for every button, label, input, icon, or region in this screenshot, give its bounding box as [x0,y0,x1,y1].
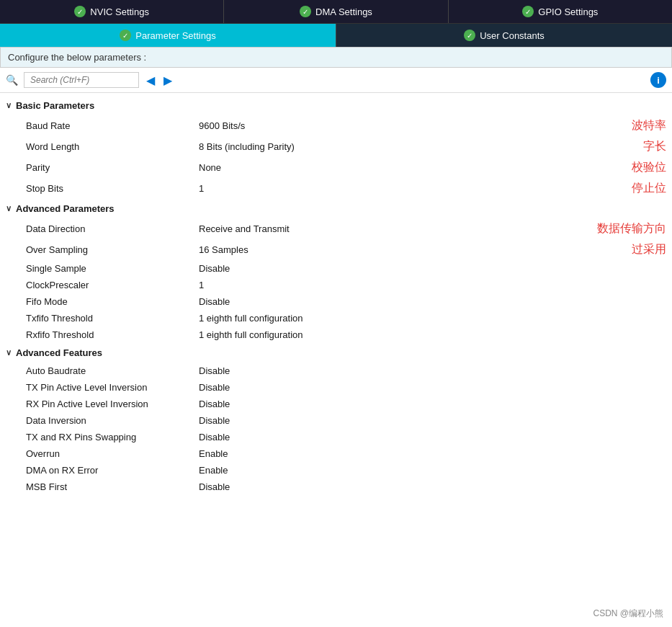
second-tab-user[interactable]: ✓User Constants [336,24,672,47]
top-tab-bar: ✓NVIC Settings✓DMA Settings✓GPIO Setting… [0,0,672,24]
param-name: Txfifo Threshold [26,313,199,324]
param-row: ClockPrescaler1 [0,277,672,293]
section-label-advanced: Advanced Parameters [16,203,115,214]
param-value: Disable [199,415,666,426]
param-row: Baud Rate9600 Bits/s波特率 [0,115,672,136]
annotation-text: 校验位 [632,160,666,175]
param-row: Rxfifo Threshold1 eighth full configurat… [0,326,672,343]
top-tab-gpio[interactable]: ✓GPIO Settings [449,0,672,23]
param-row: Auto BaudrateDisable [0,363,672,379]
param-row: Stop Bits1停止位 [0,178,672,199]
param-row: Fifo ModeDisable [0,293,672,310]
param-name: TX and RX Pins Swapping [26,432,199,443]
param-row: TX Pin Active Level InversionDisable [0,379,672,396]
second-tab-bar: ✓Parameter Settings✓User Constants [0,24,672,47]
param-row: ParityNone校验位 [0,157,672,178]
param-name: Rxfifo Threshold [26,329,199,340]
content-area: ∨Basic ParametersBaud Rate9600 Bits/s波特率… [0,93,672,498]
nav-next-button[interactable]: ▶ [162,74,174,87]
param-name: Data Inversion [26,415,199,426]
annotation-text: 波特率 [632,118,666,133]
param-row: MSB FirstDisable [0,479,672,495]
param-value: Disable [199,296,666,307]
param-row: Data DirectionReceive and Transmit数据传输方向 [0,218,672,239]
param-value: 1 [199,183,617,194]
param-value: Disable [199,399,666,409]
nav-prev-button[interactable]: ◀ [145,74,156,87]
top-tab-dma[interactable]: ✓DMA Settings [224,0,448,23]
param-name: Word Length [26,141,199,152]
annotation-text: 字长 [643,139,666,154]
section-label-basic: Basic Parameters [16,100,94,111]
check-icon: ✓ [464,30,475,41]
param-row: Data InversionDisable [0,412,672,429]
chevron-down-icon: ∨ [6,204,12,213]
info-button[interactable]: i [650,72,666,88]
param-name: Single Sample [26,263,199,274]
param-value: Disable [199,432,666,443]
chevron-down-icon: ∨ [6,348,12,357]
section-header-advanced[interactable]: ∨Advanced Parameters [0,199,672,218]
section-header-features[interactable]: ∨Advanced Features [0,343,672,363]
second-tab-param[interactable]: ✓Parameter Settings [0,24,336,47]
param-name: Auto Baudrate [26,365,199,376]
param-name: DMA on RX Error [26,465,199,476]
annotation-text: 过采用 [632,242,666,257]
param-value: Disable [199,263,666,274]
param-row: RX Pin Active Level InversionDisable [0,396,672,412]
chevron-down-icon: ∨ [6,101,12,110]
param-row: TX and RX Pins SwappingDisable [0,429,672,445]
search-bar: 🔍 ◀ ▶ i [0,68,672,93]
second-tab-label-user: User Constants [480,30,545,41]
param-name: MSB First [26,481,199,492]
search-input[interactable] [24,72,139,88]
param-value: Disable [199,365,666,376]
param-value: Receive and Transmit [199,223,583,234]
top-tab-label-gpio: GPIO Settings [538,6,598,17]
param-value: Disable [199,481,666,492]
param-row: Single SampleDisable [0,260,672,277]
param-name: Overrun [26,448,199,459]
param-name: Stop Bits [26,183,199,194]
param-name: Baud Rate [26,120,199,131]
param-value: 9600 Bits/s [199,120,617,131]
param-name: Over Sampling [26,244,199,255]
param-name: Parity [26,162,199,173]
header-text: Configure the below parameters : [8,52,146,63]
search-icon: 🔍 [6,74,18,86]
section-label-features: Advanced Features [16,347,102,358]
top-tab-label-nvic: NVIC Settings [90,6,149,17]
param-value: Disable [199,382,666,393]
param-name: TX Pin Active Level Inversion [26,382,199,393]
footer: CSDN @编程小熊 [593,608,663,620]
header-bar: Configure the below parameters : [0,47,672,68]
second-tab-label-param: Parameter Settings [135,30,215,41]
param-row: DMA on RX ErrorEnable [0,462,672,479]
param-value: Enable [199,465,666,476]
param-value: 1 eighth full configuration [199,313,666,324]
top-tab-label-dma: DMA Settings [315,6,372,17]
param-value: 8 Bits (including Parity) [199,141,629,152]
param-name: Fifo Mode [26,296,199,307]
param-value: 16 Samples [199,244,617,255]
annotation-text: 停止位 [632,181,666,196]
check-icon: ✓ [120,30,131,41]
param-row: Over Sampling16 Samples过采用 [0,239,672,260]
param-value: Enable [199,448,666,459]
param-name: RX Pin Active Level Inversion [26,399,199,409]
param-name: ClockPrescaler [26,280,199,290]
param-name: Data Direction [26,223,199,234]
check-icon: ✓ [300,6,311,17]
param-value: 1 [199,280,666,290]
annotation-text: 数据传输方向 [597,221,666,236]
param-row: Word Length8 Bits (including Parity)字长 [0,136,672,157]
check-icon: ✓ [74,6,86,17]
check-icon: ✓ [522,6,534,17]
top-tab-nvic[interactable]: ✓NVIC Settings [0,0,224,23]
param-row: Txfifo Threshold1 eighth full configurat… [0,310,672,326]
param-value: None [199,162,617,173]
param-value: 1 eighth full configuration [199,329,666,340]
param-row: OverrunEnable [0,445,672,462]
section-header-basic[interactable]: ∨Basic Parameters [0,96,672,115]
